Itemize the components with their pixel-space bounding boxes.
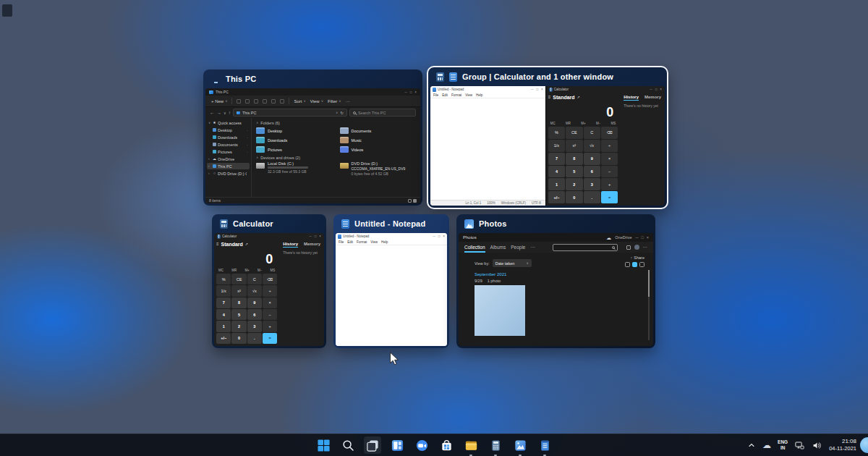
history-tab: History [624, 95, 639, 101]
calculator-keypad: %CEC⌫1/xx²√x÷789×456−123++/−0.= [548, 127, 618, 203]
calculator-key: 1 [548, 178, 565, 190]
folder-icon [256, 127, 265, 134]
onedrive-cloud-icon: ☁ [606, 235, 611, 240]
calculator-key: − [263, 309, 277, 320]
calculator-mode-row: ≡ Standard ↗ [216, 240, 277, 248]
sidebar-item-label: Documents [218, 143, 238, 147]
folder-item: Videos [340, 145, 417, 154]
notepad-icon [341, 219, 349, 229]
calculator-key: 5 [231, 309, 246, 320]
cut-icon [237, 99, 241, 104]
notepad-button[interactable] [536, 436, 553, 454]
layout-toggles [625, 262, 644, 267]
large-icons-view-icon [413, 199, 417, 203]
window-thumbnail-calculator[interactable]: Calculator Calculator ─ □ × ≡ Standard ↗ [212, 214, 326, 348]
hidden-icons-chevron[interactable] [747, 441, 756, 449]
month-header: September 2021 [475, 272, 653, 276]
filter-button: Filter∨ [328, 99, 341, 104]
memory-tab: Memory [644, 95, 661, 101]
widgets-button[interactable] [388, 436, 406, 454]
breadcrumb-pc-icon [237, 111, 240, 114]
account-avatar [634, 245, 639, 250]
folder-item: Downloads [256, 135, 333, 145]
calculator-icon [220, 219, 228, 229]
memory-key: MS [611, 122, 616, 125]
photos-tab: People [511, 242, 525, 253]
notepad-window-controls: ─ □ × [531, 88, 543, 91]
calculator-button[interactable] [487, 436, 504, 454]
maximize-icon: □ [315, 235, 317, 238]
disk-usage-bar [268, 166, 308, 169]
see-more-button: ··· [643, 245, 648, 250]
calculator-key: = [263, 333, 277, 344]
calculator-mini-icon [217, 235, 221, 239]
onedrive-tray-icon[interactable]: ☁ [762, 441, 771, 449]
calculator-key: +/− [216, 333, 231, 344]
thumbnail-title: Calculator [233, 219, 273, 228]
copy-icon [245, 99, 250, 104]
calculator-key: 8 [231, 297, 246, 308]
keep-on-top-icon: ↗ [245, 242, 248, 246]
sidebar-item-icon [213, 143, 216, 146]
clock[interactable]: 21:08 04-11-2021 [829, 438, 856, 452]
window-thumbnail-group[interactable]: Group | Calculator and 1 other window Un… [427, 66, 668, 209]
calculator-window-title: Calculator [222, 235, 237, 238]
window-thumbnail-photos[interactable]: Photos Photos ☁ OneDrive ─ □ × Collec [456, 214, 655, 348]
volume-icon[interactable] [812, 440, 822, 451]
explorer-main: ∨ ★ Quick access Desktop · [205, 118, 420, 197]
refresh-icon: ↻ [340, 111, 344, 115]
photos-button[interactable] [511, 436, 529, 454]
calculator-preview: Calculator ─ □ × ≡ Standard ↗ 0 [546, 86, 665, 206]
microsoft-store-button[interactable] [438, 436, 455, 454]
calculator-key: C [584, 127, 600, 139]
calculator-key: 0 [231, 333, 246, 344]
search-button[interactable] [339, 436, 357, 454]
drive-detail: 32.3 GB free of 59.3 GB [268, 169, 308, 174]
start-button[interactable] [315, 436, 332, 454]
sidebar-item: Pictures · [207, 148, 250, 155]
sidebar-chevron-icon: ∨ [208, 121, 211, 124]
language-indicator[interactable]: ENG IN [778, 439, 788, 451]
calculator-key: 7 [548, 153, 565, 165]
view-toggles [408, 199, 417, 203]
this-pc-mini-icon [209, 90, 213, 94]
system-tray: ☁ ENG IN 21:08 04-11-2021 [747, 434, 868, 456]
search-icon [341, 439, 355, 452]
notepad-edit-area [430, 98, 545, 200]
menu-item: View [465, 93, 472, 97]
photos-nav-bar: CollectionAlbumsPeople ··· ··· [459, 242, 653, 253]
calculator-key: % [548, 127, 565, 139]
task-view-button[interactable] [364, 436, 381, 454]
window-thumbnail-notepad[interactable]: Untitled - Notepad Untitled - Notepad ─ … [333, 214, 449, 348]
calculator-key: 1 [216, 321, 231, 332]
thumbnail-title: This PC [226, 75, 256, 83]
maximize-icon: □ [536, 88, 538, 91]
explorer-address-row: ← → ∨ ↑ This PC ∨ ↻ [205, 107, 420, 118]
notepad-mini-icon [433, 88, 436, 92]
share-button: ↑ Share [631, 256, 644, 260]
drives-grid: Local Disk (C:) 32.3 GB free of 59.3 GB … [256, 161, 416, 176]
file-explorer-button[interactable] [462, 436, 480, 454]
this-pc-icon [211, 75, 221, 83]
folder-icon [340, 146, 349, 153]
calculator-key: 2 [231, 321, 246, 332]
calculator-display: 0 [548, 101, 618, 121]
window-thumbnail-this-pc[interactable]: This PC This PC ─ □ × + New∨ [203, 69, 422, 206]
calculator-key: CE [566, 127, 582, 139]
network-icon[interactable] [794, 440, 805, 451]
task-view-icon [366, 439, 380, 452]
chat-button[interactable] [413, 436, 430, 454]
drive-label: CCCOMA_X64FRE_EN-US_DV9 [352, 166, 406, 171]
calculator-key: 7 [216, 297, 231, 308]
view-button: View∨ [310, 99, 323, 104]
sidebar-item-label: Pictures [218, 150, 232, 154]
sidebar-item-icon: ☁ [213, 157, 216, 161]
dvd-drive-icon [340, 163, 349, 169]
explorer-search-box [349, 109, 416, 117]
status-item: Windows (CRLF) [501, 201, 526, 205]
explorer-status-bar: 8 items [205, 197, 420, 203]
photo-count: 1 photo [488, 279, 501, 283]
calculator-window-title: Calculator [554, 88, 569, 91]
calculator-window-controls: ─ □ × [650, 88, 662, 91]
tray-date: 04-11-2021 [829, 445, 856, 452]
